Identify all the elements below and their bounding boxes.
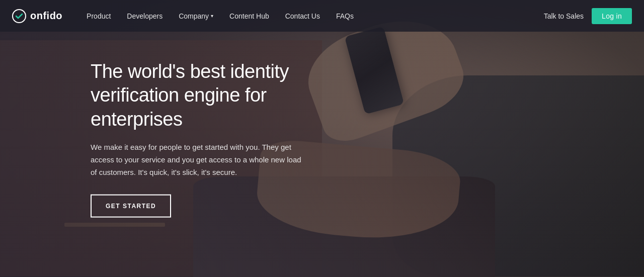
nav-developers[interactable]: Developers [119,0,171,32]
nav-links: Product Developers Company ▾ Content Hub… [78,0,544,32]
hero-section: onfido Product Developers Company ▾ Cont… [0,0,644,277]
hero-subtitle: We make it easy for people to get starte… [91,141,302,178]
chevron-down-icon: ▾ [211,13,213,19]
hero-title: The world's best identity verification e… [91,59,352,131]
get-started-button[interactable]: GET STARTED [91,195,171,218]
nav-product[interactable]: Product [78,0,119,32]
logo[interactable]: onfido [12,9,62,23]
nav-right: Talk to Sales Log in [544,8,632,24]
nav-content-hub[interactable]: Content Hub [221,0,277,32]
svg-point-0 [13,10,26,23]
nav-faqs[interactable]: FAQs [328,0,362,32]
logo-text: onfido [30,10,62,22]
nav-company[interactable]: Company ▾ [171,0,221,32]
hero-content: The world's best identity verification e… [0,59,352,218]
onfido-logo-icon [12,9,26,23]
talk-to-sales-link[interactable]: Talk to Sales [544,12,584,20]
navbar: onfido Product Developers Company ▾ Cont… [0,0,644,32]
login-button[interactable]: Log in [592,8,632,24]
nav-contact-us[interactable]: Contact Us [277,0,328,32]
